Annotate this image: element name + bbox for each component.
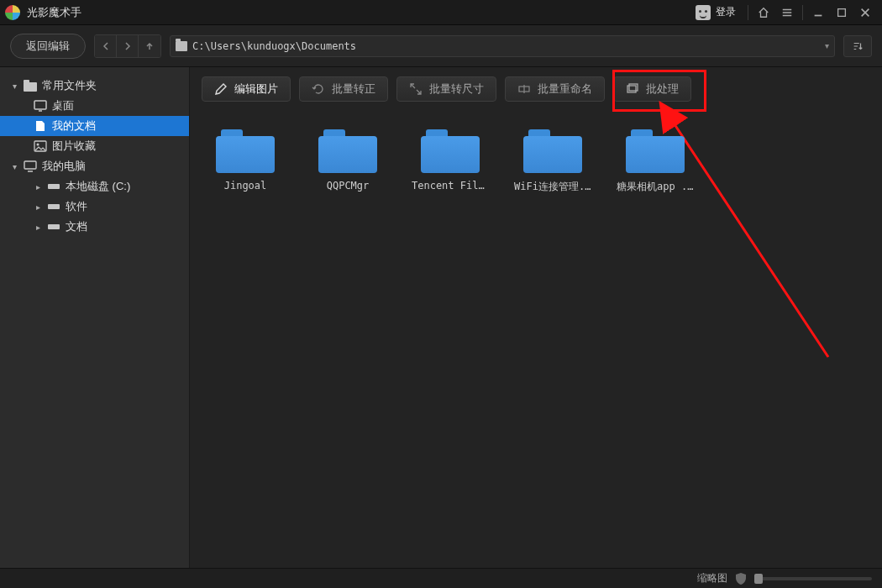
batch-rotate-button[interactable]: 批量转正 [299, 76, 388, 102]
folder-icon [216, 129, 275, 173]
drive-icon [47, 181, 60, 192]
tree-my-documents[interactable]: 我的文档 [0, 116, 189, 136]
folder-label: Tencent Files [412, 180, 489, 192]
nav-back-button[interactable] [95, 35, 117, 57]
folder-icon [176, 41, 187, 51]
login-label: 登录 [716, 5, 736, 19]
tree-desktop[interactable]: 桌面 [0, 96, 189, 116]
path-bar[interactable]: C:\Users\kunduogx\Documents ▾ [170, 35, 835, 57]
rename-icon [517, 82, 531, 96]
folder-grid: Jingoal QQPCMgr Tencent Files WiFi连接管理..… [190, 104, 882, 568]
star-folder-icon [24, 80, 37, 92]
folder-item[interactable]: Tencent Files [412, 129, 489, 194]
main: ▾ 常用文件夹 桌面 我的文档 图片收藏 ▾ 我的电脑 ▸ 本地磁盘 (C:) … [0, 67, 882, 568]
expand-icon[interactable]: ▸ [34, 223, 42, 232]
nav-up-button[interactable] [139, 35, 160, 57]
folder-label: QQPCMgr [309, 180, 386, 192]
folder-icon [318, 129, 377, 173]
sort-button[interactable] [843, 35, 872, 57]
svg-rect-9 [48, 224, 60, 229]
action-label: 批量重命名 [538, 81, 592, 97]
toolbar: 返回编辑 C:\Users\kunduogx\Documents ▾ [0, 25, 882, 67]
folder-icon [421, 129, 480, 173]
folder-label: 糖果相机app ... [617, 180, 694, 194]
tree-drive-software[interactable]: ▸ 软件 [0, 197, 189, 217]
drive-icon [47, 201, 60, 213]
batch-rename-button[interactable]: 批量重命名 [505, 76, 605, 102]
svg-rect-0 [838, 8, 846, 16]
chevron-down-icon[interactable]: ▾ [825, 41, 829, 50]
action-label: 批处理 [646, 81, 679, 97]
computer-icon [24, 160, 37, 172]
tree-label: 文档 [66, 219, 87, 234]
svg-rect-1 [24, 82, 37, 92]
folder-item[interactable]: QQPCMgr [309, 129, 386, 194]
close-button[interactable] [853, 0, 877, 25]
tree-label: 我的电脑 [42, 159, 86, 174]
rotate-icon [312, 82, 325, 96]
action-row: 编辑图片 批量转正 批量转尺寸 批量重命名 批处理 [190, 67, 882, 104]
content: 编辑图片 批量转正 批量转尺寸 批量重命名 批处理 [190, 67, 882, 568]
home-button[interactable] [752, 0, 775, 25]
tree-label: 桌面 [52, 98, 74, 113]
edit-image-button[interactable]: 编辑图片 [202, 76, 291, 102]
collapse-icon[interactable]: ▾ [10, 162, 18, 171]
desktop-icon [34, 100, 47, 112]
svg-rect-3 [34, 101, 46, 109]
folder-item[interactable]: WiFi连接管理... [514, 129, 591, 194]
minimize-button[interactable] [806, 0, 830, 25]
nav-group [94, 34, 161, 58]
maximize-button[interactable] [830, 0, 853, 25]
tree-label: 图片收藏 [52, 139, 96, 154]
avatar-icon [696, 5, 711, 20]
tree-my-computer[interactable]: ▾ 我的电脑 [0, 156, 189, 176]
pencil-icon [214, 82, 228, 96]
back-to-edit-button[interactable]: 返回编辑 [10, 34, 86, 59]
tree-drive-c[interactable]: ▸ 本地磁盘 (C:) [0, 176, 189, 197]
login-button[interactable]: 登录 [687, 5, 744, 20]
thumbnail-label: 缩略图 [697, 571, 727, 585]
menu-button[interactable] [775, 0, 799, 25]
tree-drive-documents[interactable]: ▸ 文档 [0, 217, 189, 237]
tree-label: 我的文档 [52, 118, 96, 134]
folder-icon [626, 129, 685, 173]
expand-icon[interactable]: ▸ [34, 182, 42, 192]
app-logo-icon [5, 5, 20, 20]
batch-process-button[interactable]: 批处理 [613, 76, 691, 102]
statusbar: 缩略图 [0, 568, 882, 588]
shield-icon [736, 573, 746, 585]
folder-label: WiFi连接管理... [514, 180, 591, 194]
batch-icon [626, 82, 639, 96]
document-icon [34, 120, 47, 132]
tree-label: 本地磁盘 (C:) [66, 179, 130, 194]
back-label: 返回编辑 [26, 39, 70, 54]
collapse-icon[interactable]: ▾ [10, 81, 18, 91]
folder-item[interactable]: Jingoal [207, 129, 284, 194]
path-text: C:\Users\kunduogx\Documents [192, 40, 356, 52]
svg-point-5 [37, 144, 39, 146]
action-label: 批量转正 [332, 81, 375, 97]
svg-rect-2 [24, 80, 29, 83]
folder-item[interactable]: 糖果相机app ... [617, 129, 694, 194]
folder-icon [523, 129, 582, 173]
svg-rect-6 [24, 161, 36, 169]
batch-resize-button[interactable]: 批量转尺寸 [396, 76, 496, 102]
sidebar: ▾ 常用文件夹 桌面 我的文档 图片收藏 ▾ 我的电脑 ▸ 本地磁盘 (C:) … [0, 67, 190, 568]
picture-icon [34, 140, 47, 152]
nav-forward-button[interactable] [117, 35, 139, 57]
resize-icon [409, 82, 423, 96]
tree-label: 常用文件夹 [42, 78, 97, 93]
thumbnail-size-slider[interactable] [754, 577, 872, 580]
drive-icon [47, 221, 60, 233]
slider-thumb[interactable] [754, 574, 763, 584]
folder-label: Jingoal [207, 180, 284, 192]
svg-rect-8 [48, 204, 60, 209]
app-title: 光影魔术手 [27, 5, 81, 20]
titlebar: 光影魔术手 登录 [0, 0, 882, 25]
svg-rect-7 [48, 184, 60, 189]
action-label: 编辑图片 [234, 81, 278, 97]
tree-picture-favorites[interactable]: 图片收藏 [0, 136, 189, 156]
expand-icon[interactable]: ▸ [34, 202, 42, 212]
tree-label: 软件 [66, 199, 87, 214]
tree-frequent-folders[interactable]: ▾ 常用文件夹 [0, 76, 189, 96]
